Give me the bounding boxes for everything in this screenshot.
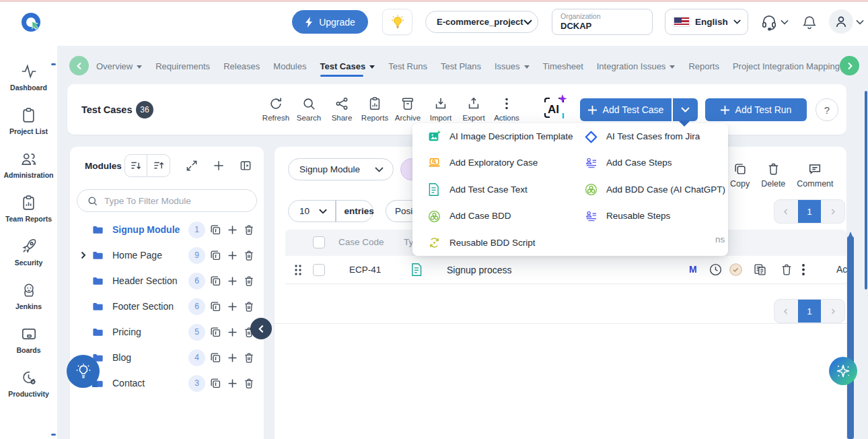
add-submodule-icon[interactable] [226,224,239,236]
ai-sparkle-floating-button[interactable] [829,357,857,385]
history-clock-icon[interactable] [709,263,723,277]
expand-modules-icon[interactable] [184,158,199,173]
tab-timesheet[interactable]: Timesheet [543,61,583,71]
duplicate-module-icon[interactable] [209,275,222,288]
tab-issues[interactable]: Issues [495,61,530,71]
menu-item-add-bdd-case-ai-chatgpt-[interactable]: Add BDD Case (AI ChatGPT) [584,176,725,203]
bulk-action-comment[interactable]: Comment [797,162,833,189]
select-all-checkbox[interactable] [313,236,325,248]
tab-test-cases[interactable]: Test Cases [320,61,375,71]
sidebar-scroll-up[interactable] [51,63,56,65]
table-row[interactable]: ECP-41 Signup process M Ac [285,256,846,284]
add-submodule-icon[interactable] [226,275,239,288]
toolbar-action-share[interactable]: Share [328,96,355,122]
pagination-next-button[interactable] [821,200,844,223]
sidebar-item-boards[interactable]: Boards [0,318,57,362]
tab-reports[interactable]: Reports [688,61,719,71]
table-scrollbar[interactable] [847,236,854,439]
delete-module-icon[interactable] [243,249,256,262]
chevron-down-icon[interactable] [856,18,864,26]
menu-item-reusable-steps[interactable]: Reusable Steps [584,203,670,229]
sort-descending-button[interactable] [125,155,147,176]
menu-item-add-test-case-text[interactable]: Add Test Case Text [427,176,528,203]
module-item-signup-module[interactable]: Signup Module1 [70,217,264,242]
notifications-bell-icon[interactable] [801,13,818,31]
row-checkbox[interactable] [313,264,325,276]
sidebar-item-productivity[interactable]: Productivity [0,362,57,405]
duplicate-module-icon[interactable] [209,377,222,390]
menu-item-reusable-bdd-script[interactable]: Reusable BDD Script [427,230,536,256]
tab-project-integration-mapping[interactable]: Project Integration Mapping [733,61,840,71]
nav-scroll-left-button[interactable] [69,56,89,75]
sort-ascending-button[interactable] [147,155,170,176]
menu-item-add-case-bdd[interactable]: Add Case BDD [427,203,511,229]
bulk-action-delete[interactable]: Delete [761,162,785,189]
toolbar-action-actions[interactable]: Actions [493,96,520,122]
sidebar-item-dashboard[interactable]: Dashboard [0,55,57,99]
tab-overview[interactable]: Overview [96,61,142,71]
add-test-case-dropdown-button[interactable] [673,98,698,121]
add-test-case-button[interactable]: Add Test Case [580,98,672,121]
pagination-page-1[interactable]: 1 [798,300,822,323]
page-scrollbar[interactable] [865,91,867,290]
toolbar-action-archive[interactable]: Archive [394,96,421,122]
add-submodule-icon[interactable] [226,249,239,262]
add-module-icon[interactable] [211,158,226,173]
bulk-action-copy[interactable]: Copy [730,162,750,189]
pagination-page-1[interactable]: 1 [798,200,822,223]
language-select[interactable]: English [665,9,748,35]
duplicate-module-icon[interactable] [209,249,222,262]
tab-modules[interactable]: Modules [273,61,306,71]
sidebar-item-security[interactable]: Security [0,230,57,274]
toolbar-action-import[interactable]: Import [427,96,454,122]
delete-module-icon[interactable] [243,224,256,236]
delete-module-icon[interactable] [243,351,256,364]
add-submodule-icon[interactable] [226,326,239,339]
add-submodule-icon[interactable] [226,377,239,390]
toolbar-action-export[interactable]: Export [460,96,487,122]
chevron-down-icon[interactable] [781,18,789,26]
tab-releases[interactable]: Releases [223,61,260,71]
delete-module-icon[interactable] [243,300,256,313]
module-item-header-section[interactable]: Header Section6 [70,268,264,294]
sidebar-scroll-down[interactable] [51,434,56,436]
case-title[interactable]: Signup process [447,265,512,275]
toolbar-action-refresh[interactable]: Refresh [262,96,289,122]
delete-module-icon[interactable] [243,275,256,288]
row-kebab-icon[interactable] [797,263,809,277]
app-logo[interactable] [20,11,42,33]
menu-item-add-exploratory-case[interactable]: Add Exploratory Case [427,149,538,176]
add-test-run-button[interactable]: Add Test Run [705,98,807,121]
module-filter-input[interactable]: Type To Filter Module [77,189,257,212]
upgrade-button[interactable]: Upgrade [292,10,368,34]
sidebar-item-administration[interactable]: Administration [0,143,57,187]
collapse-modules-button[interactable] [250,318,272,339]
chevron-right-icon[interactable] [79,251,87,259]
module-item-pricing[interactable]: Pricing5 [70,319,264,345]
copy-steps-icon[interactable] [753,263,767,277]
duplicate-module-icon[interactable] [209,300,222,313]
module-item-footer-section[interactable]: Footer Section6 [70,294,264,319]
tab-test-runs[interactable]: Test Runs [388,61,427,71]
add-submodule-icon[interactable] [226,300,239,313]
sidebar-item-jenkins[interactable]: Jenkins [0,274,57,318]
duplicate-module-icon[interactable] [209,351,222,364]
priority-badge[interactable]: M [689,264,697,275]
drag-handle[interactable] [293,263,303,279]
duplicate-module-icon[interactable] [209,326,222,339]
tab-integration-issues[interactable]: Integration Issues [597,61,676,71]
pagination-prev-button[interactable] [774,200,798,223]
sidebar-item-project-list[interactable]: Project List [0,99,57,143]
menu-item-add-case-steps[interactable]: Add Case Steps [584,149,672,176]
ai-assistant-icon[interactable]: AI [540,93,569,125]
collapse-panel-icon[interactable] [238,158,253,173]
menu-item-ai-image-description-template[interactable]: AI Image Description Template [427,123,573,149]
duplicate-module-icon[interactable] [209,224,222,236]
support-headset-icon[interactable] [760,13,778,31]
toolbar-action-reports[interactable]: Reports [361,96,388,122]
nav-scroll-right-button[interactable] [840,56,859,75]
avatar[interactable] [829,9,853,34]
pagination-next-button[interactable] [821,300,844,323]
toolbar-action-search[interactable]: Search [295,96,322,122]
project-select[interactable]: E-commerce_project [425,11,538,33]
